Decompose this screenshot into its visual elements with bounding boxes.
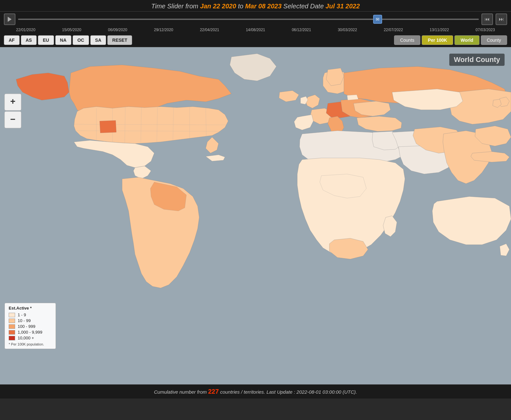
step-back-button[interactable]: ⏮ — [481, 13, 493, 25]
legend-color-4 — [9, 336, 15, 340]
date-label-3: 29/12/2020 — [154, 28, 173, 32]
continent-btn-as[interactable]: AS — [21, 35, 37, 45]
legend-label-0: 1 - 9 — [18, 312, 26, 317]
continent-btn-reset[interactable]: RESET — [107, 35, 132, 45]
controls-bar: AF AS EU NA OC SA RESET Counts Per 100K … — [0, 33, 511, 47]
continent-btn-na[interactable]: NA — [55, 35, 71, 45]
legend-row-0: 1 - 9 — [9, 312, 52, 317]
slider-thumb[interactable] — [373, 15, 382, 24]
title-middle: to — [236, 3, 245, 10]
date-label-10: 07/03/2023 — [476, 28, 495, 32]
selected-date: Jul 31 2022 — [326, 3, 360, 10]
legend-row-1: 10 - 99 — [9, 318, 52, 323]
map-area[interactable]: + − Est.Active * 1 - 9 10 - 99 100 - 999… — [0, 47, 511, 384]
legend-title: Est.Active * — [9, 306, 52, 311]
date-label-2: 06/09/2020 — [108, 28, 127, 32]
header: Time Slider from Jan 22 2020 to Mar 08 2… — [0, 0, 511, 12]
legend-label-4: 10,000 + — [18, 336, 34, 340]
continent-btn-oc[interactable]: OC — [73, 35, 89, 45]
view-btn-per100k[interactable]: Per 100K — [422, 35, 453, 45]
legend: Est.Active * 1 - 9 10 - 99 100 - 999 1,0… — [4, 303, 56, 349]
legend-row-3: 1,000 - 9,999 — [9, 330, 52, 335]
date-label-4: 22/04/2021 — [200, 28, 219, 32]
date-label-6: 06/12/2021 — [292, 28, 311, 32]
world-map-svg[interactable]: + − — [0, 47, 511, 384]
legend-label-3: 1,000 - 9,999 — [18, 330, 42, 335]
continent-btn-eu[interactable]: EU — [38, 35, 54, 45]
date-label-7: 30/03/2022 — [338, 28, 357, 32]
step-forward-button[interactable]: ⏭ — [496, 13, 507, 25]
legend-row-2: 100 - 999 — [9, 324, 52, 329]
legend-color-3 — [9, 330, 15, 335]
continent-buttons: AF AS EU NA OC SA RESET — [4, 35, 132, 45]
legend-color-1 — [9, 319, 15, 323]
play-button[interactable] — [4, 13, 15, 25]
date-labels: 22/01/2020 15/05/2020 06/09/2020 29/12/2… — [0, 27, 511, 33]
footer-count: 227 — [208, 388, 219, 395]
legend-label-1: 10 - 99 — [18, 318, 31, 323]
view-btn-county[interactable]: County — [481, 35, 507, 45]
svg-text:−: − — [10, 114, 15, 124]
svg-text:+: + — [10, 96, 15, 106]
selected-prefix: Selected Date — [282, 3, 326, 10]
slider-track-container[interactable] — [18, 13, 479, 25]
date-label-8: 22/07/2022 — [384, 28, 403, 32]
legend-note: * Per 100K population. — [9, 342, 52, 346]
county-label: County — [476, 56, 500, 64]
slider-track[interactable] — [18, 19, 479, 20]
world-county-label: World County — [449, 54, 505, 66]
continent-btn-sa[interactable]: SA — [90, 35, 106, 45]
date-label-1: 15/05/2020 — [62, 28, 81, 32]
date-label-9: 13/11/2022 — [430, 28, 449, 32]
view-btn-world[interactable]: World — [454, 35, 479, 45]
continent-btn-af[interactable]: AF — [4, 35, 20, 45]
legend-color-2 — [9, 324, 15, 329]
timeslider-area: ⏮ ⏭ — [0, 12, 511, 27]
date-to: Mar 08 2023 — [245, 3, 282, 10]
legend-row-4: 10,000 + — [9, 336, 52, 340]
title-prefix: Time Slider from — [151, 3, 200, 10]
view-btn-counts[interactable]: Counts — [394, 35, 420, 45]
view-buttons: Counts Per 100K World County — [394, 35, 507, 45]
date-label-5: 14/08/2021 — [246, 28, 265, 32]
footer-prefix: Cumulative number from — [154, 389, 208, 395]
date-label-0: 22/01/2020 — [16, 28, 35, 32]
legend-label-2: 100 - 999 — [18, 324, 35, 329]
date-from: Jan 22 2020 — [200, 3, 236, 10]
legend-color-0 — [9, 313, 15, 317]
footer-suffix: countries / territories. Last Update : 2… — [219, 389, 357, 395]
footer: Cumulative number from 227 countries / t… — [0, 384, 511, 398]
world-label: World — [454, 56, 474, 64]
title-line: Time Slider from Jan 22 2020 to Mar 08 2… — [4, 3, 507, 10]
